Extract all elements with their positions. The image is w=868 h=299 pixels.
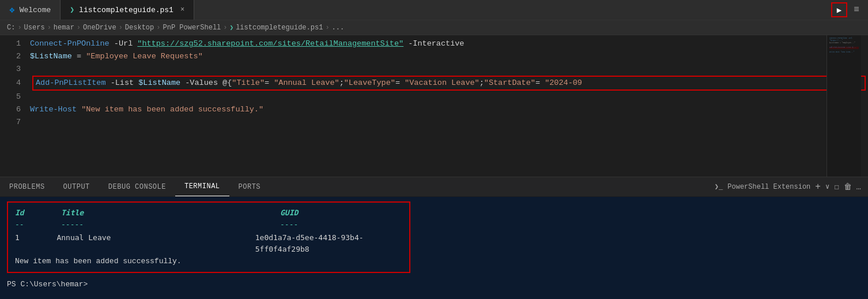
terminal-output-box: Id Title GUID -- ----- ---- 1 Annual Lea… [7,201,410,273]
powershell-extension-label: PowerShell Extension [727,183,810,191]
ps-icon: ❯ [70,5,74,14]
code-content-1: Connect-PnPOnline -Url "https://szg52.sh… [30,38,868,50]
line-number-5: 5 [0,91,30,103]
split-button[interactable]: ≡ [850,3,863,17]
tab-debug-console[interactable]: DEBUG CONSOLE [99,177,175,196]
data-guid: 1e0d1a7a-d5ee-4418-93b4-5ff0f4af29b8 [255,232,402,255]
breadcrumb-hemar: hemar [54,24,74,32]
tab-output[interactable]: OUTPUT [54,177,99,196]
breadcrumb-file: listcompleteguide.ps1 [236,24,323,32]
col-header-title: Title [61,207,280,219]
code-line-5: 5 [0,91,868,103]
terminal-data-row: 1 Annual Leave 1e0d1a7a-d5ee-4418-93b4-5… [15,232,402,255]
breadcrumb-desktop: Desktop [125,24,154,32]
col-header-id: Id [15,207,61,219]
tab-terminal[interactable]: TERMINAL [175,177,229,196]
terminal-icon: ❯_ [715,182,723,191]
code-content-2: $ListName = "Employee Leave Requests" [30,50,868,63]
terminal-success-message: New item has been added successfully. [15,256,402,267]
sep-id: -- [15,219,61,230]
breadcrumb-ps-icon: ❯ [230,24,234,31]
code-line-6: 6 Write-Host "New item has been added su… [0,103,868,116]
code-line-2: 2 $ListName = "Employee Leave Requests" [0,50,868,63]
code-content-4: Add-PnPListItem -List $ListName -Values … [32,76,866,91]
terminal: Id Title GUID -- ----- ---- 1 Annual Lea… [0,197,868,299]
tab-problems[interactable]: PROBLEMS [0,177,54,196]
breadcrumb: C: › Users › hemar › OneDrive › Desktop … [0,20,868,35]
breadcrumb-c: C: [7,24,15,32]
code-content-6: Write-Host "New item has been added succ… [30,103,868,116]
run-button[interactable]: ▶ [831,2,847,17]
minimap-content: Connect-PnPOnline -Url "https://..." $Li… [827,35,861,56]
code-line-1: 1 Connect-PnPOnline -Url "https://szg52.… [0,38,868,50]
chevron-down-icon[interactable]: ∨ [825,182,829,191]
code-line-4: 4 Add-PnPListItem -List $ListName -Value… [0,76,868,91]
terminal-separator-row: -- ----- ---- [15,219,402,230]
terminal-prompt: PS C:\Users\hemar> [7,279,861,290]
code-line-3: 3 [0,63,868,76]
line-number-3: 3 [0,63,30,76]
tab-ports[interactable]: PORTS [229,177,270,196]
breadcrumb-pnp: PnP PowerShell [163,24,221,32]
breadcrumb-onedrive: OneDrive [83,24,116,32]
welcome-tab-label: Welcome [20,6,51,14]
line-number-1: 1 [0,38,30,50]
delete-terminal-icon[interactable]: 🗑 [844,182,852,192]
terminal-header-row: Id Title GUID [15,207,402,219]
minimap: Connect-PnPOnline -Url "https://..." $Li… [827,35,861,177]
sep-guid: ---- [280,219,298,230]
code-line-7: 7 [0,116,868,129]
sep-title: ----- [61,219,280,230]
tab-active[interactable]: ❯ listcompleteguide.ps1 × [61,0,194,20]
code-editor: 1 Connect-PnPOnline -Url "https://szg52.… [0,35,868,177]
line-number-7: 7 [0,116,30,129]
data-id: 1 [15,232,56,255]
panel-right-controls: ❯_ PowerShell Extension + ∨ ☐ 🗑 … [715,182,868,192]
panel-tabs: PROBLEMS OUTPUT DEBUG CONSOLE TERMINAL P… [0,177,868,197]
line-number-6: 6 [0,103,30,116]
split-terminal-icon[interactable]: ☐ [834,182,839,192]
vs-icon: ❖ [9,4,15,16]
data-title: Annual Leave [56,232,255,255]
line-number-4: 4 [0,77,30,89]
more-options-icon[interactable]: … [856,182,861,192]
breadcrumb-ellipsis: ... [332,24,345,32]
add-terminal-button[interactable]: + [815,182,821,192]
line-number-2: 2 [0,50,30,63]
title-bar: ❖ Welcome ❯ listcompleteguide.ps1 × ▶ ≡ [0,0,868,20]
col-header-guid: GUID [280,207,298,219]
title-bar-right: ▶ ≡ [831,2,868,17]
close-tab-button[interactable]: × [180,6,184,14]
breadcrumb-users: Users [24,24,45,32]
tab-welcome[interactable]: ❖ Welcome [0,0,61,20]
active-tab-label: listcompleteguide.ps1 [79,6,173,14]
